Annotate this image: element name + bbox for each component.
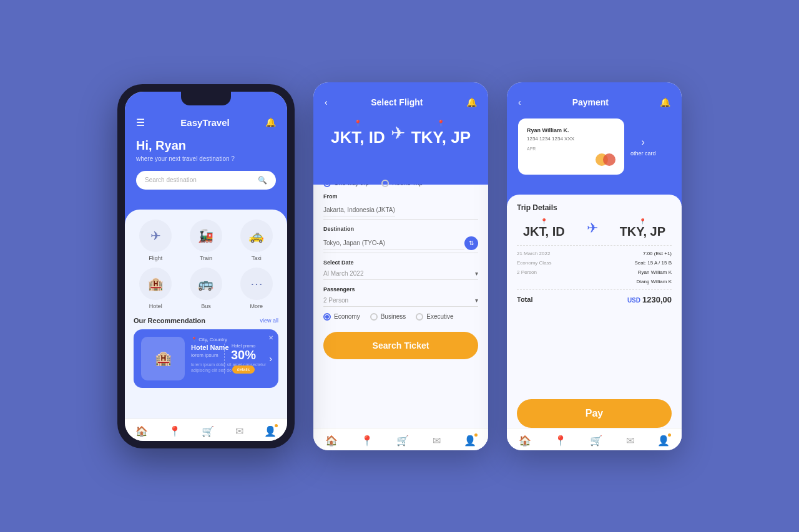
- location-pin-icon: 📍: [191, 337, 197, 342]
- total-amount: 1230,00: [642, 295, 672, 304]
- card-circle-red: [603, 153, 615, 166]
- notification-icon[interactable]: 🔔: [265, 117, 276, 127]
- p3-nav-cart[interactable]: 🛒: [590, 435, 602, 447]
- p3-nav-mail[interactable]: ✉: [626, 435, 634, 447]
- back-icon[interactable]: ‹: [325, 97, 328, 107]
- category-bus[interactable]: 🚌 Bus: [184, 268, 228, 309]
- business-radio[interactable]: [370, 313, 378, 321]
- phone-1: ☰ EasyTravel 🔔 Hi, Ryan where your next …: [117, 84, 295, 448]
- pay-body: Trip Details 📍 JKT, ID ✈ 📍 TKY, JP 21 Ma…: [507, 195, 682, 428]
- p3-nav-profile[interactable]: 👤: [657, 435, 670, 447]
- hotel-image: 🏨: [141, 337, 185, 380]
- hotel-icon: 🏨: [148, 276, 164, 291]
- pay-dest-pin-icon: 📍: [620, 218, 665, 225]
- more-circle: ⋯: [240, 268, 273, 300]
- close-icon[interactable]: ✕: [268, 334, 273, 341]
- category-train[interactable]: 🚂 Train: [184, 220, 228, 261]
- executive-radio[interactable]: [416, 313, 423, 321]
- sf-notification-icon[interactable]: 🔔: [466, 97, 477, 107]
- round-trip-radio[interactable]: [381, 180, 389, 187]
- p2-nav-mail[interactable]: ✉: [433, 435, 441, 447]
- one-way-radio[interactable]: [323, 180, 331, 187]
- train-icon: 🚂: [198, 228, 213, 243]
- pay-notification-icon[interactable]: 🔔: [660, 97, 670, 107]
- promo-pct: 30%: [231, 348, 256, 362]
- flight-icon: ✈: [150, 228, 161, 243]
- p3-nav-home[interactable]: 🏠: [519, 435, 531, 447]
- details-button[interactable]: details: [232, 365, 255, 374]
- screens-container: ☰ EasyTravel 🔔 Hi, Ryan where your next …: [117, 82, 682, 450]
- other-card-label[interactable]: other card: [630, 150, 656, 157]
- view-all-link[interactable]: view all: [260, 317, 278, 324]
- category-flight[interactable]: ✈ Flight: [134, 220, 178, 261]
- nav-location[interactable]: 📍: [169, 425, 181, 437]
- more-label: More: [250, 303, 263, 309]
- search-ticket-button[interactable]: Search Ticket: [323, 332, 478, 359]
- sf-header: ‹ Select Flight 🔔 📍 JKT, ID ✈ 📍 TKY, JP: [313, 82, 488, 185]
- plane-icon: ✈: [391, 123, 405, 143]
- detail-person-label: 2 Person: [517, 269, 591, 275]
- bus-label: Bus: [201, 303, 211, 309]
- phone1-header-top: ☰ EasyTravel 🔔: [136, 117, 276, 128]
- origin-code: JKT, ID: [331, 128, 385, 147]
- from-group: From Jakarta, Indonesia (JKTA): [323, 193, 478, 220]
- detail-seat-value: Seat: 15 A / 15 B: [597, 260, 672, 266]
- sf-body: One way trip Round Trip From Jakarta, In…: [313, 170, 488, 428]
- taxi-label: Taxi: [252, 255, 262, 261]
- p2-nav-home[interactable]: 🏠: [325, 435, 338, 447]
- credit-card[interactable]: Ryan William K. 1234 1234 1234 XXX APR: [518, 118, 624, 175]
- category-hotel[interactable]: 🏨 Hotel: [134, 268, 178, 309]
- sf-header-top: ‹ Select Flight 🔔: [325, 97, 477, 107]
- menu-icon[interactable]: ☰: [136, 117, 145, 128]
- nav-mail[interactable]: ✉: [235, 425, 243, 437]
- p2-nav-location[interactable]: 📍: [361, 435, 373, 447]
- nav-home[interactable]: 🏠: [135, 425, 148, 437]
- pay-origin-point: 📍 JKT, ID: [523, 218, 565, 239]
- dest-input[interactable]: Tokyo, Japan (TYO-A): [323, 237, 464, 249]
- hotel-label: Hotel: [149, 303, 162, 309]
- date-group: Select Date Al March 2022 ▾: [323, 259, 478, 280]
- pay-back-icon[interactable]: ‹: [518, 97, 521, 107]
- search-icon[interactable]: 🔍: [258, 176, 267, 185]
- economy-radio[interactable]: [323, 313, 331, 321]
- pay-title: Payment: [572, 97, 609, 107]
- dest-label: Destination: [323, 226, 478, 232]
- detail-class-label: Economy Class: [517, 260, 591, 266]
- card-number: 1234 1234 1234 XXX: [527, 136, 615, 142]
- subtitle-text: where your next travel destination ?: [136, 155, 276, 162]
- passengers-group: Passengers 2 Person ▾: [323, 286, 478, 307]
- p2-nav-cart[interactable]: 🛒: [396, 435, 409, 447]
- p3-nav-location[interactable]: 📍: [554, 435, 567, 447]
- pay-button[interactable]: Pay: [517, 399, 672, 428]
- bus-icon: 🚌: [198, 276, 213, 291]
- p2-nav-profile[interactable]: 👤: [464, 435, 476, 447]
- nav-profile[interactable]: 👤: [264, 425, 277, 437]
- date-label: Select Date: [323, 259, 478, 266]
- arrow-right-icon[interactable]: ›: [269, 354, 272, 364]
- dest-input-row: Tokyo, Japan (TYO-A) ⇅: [323, 234, 478, 253]
- hotel-card[interactable]: ✕ 🏨 📍 City, Country Hotel Name lorem ips…: [134, 329, 278, 388]
- executive-option[interactable]: Executive: [416, 313, 453, 321]
- date-select-row[interactable]: Al March 2022 ▾: [323, 268, 478, 280]
- sf-title: Select Flight: [371, 97, 423, 107]
- from-input[interactable]: Jakarta, Indonesia (JKTA): [323, 204, 395, 216]
- economy-option[interactable]: Economy: [323, 313, 360, 321]
- category-taxi[interactable]: 🚕 Taxi: [234, 220, 278, 261]
- nav-cart[interactable]: 🛒: [202, 425, 214, 437]
- pay-dest-point: 📍 TKY, JP: [620, 218, 665, 239]
- phone1-body: ✈ Flight 🚂 Train 🚕 Taxi 🏨 Hotel: [125, 210, 287, 418]
- swap-button[interactable]: ⇅: [464, 236, 478, 250]
- pay-dest-code: TKY, JP: [620, 225, 665, 239]
- total-label: Total: [517, 296, 532, 303]
- category-grid: ✈ Flight 🚂 Train 🚕 Taxi 🏨 Hotel: [134, 210, 278, 309]
- notch: [181, 92, 231, 105]
- passengers-select-row[interactable]: 2 Person ▾: [323, 294, 478, 307]
- search-bar[interactable]: Search destination 🔍: [136, 171, 276, 190]
- business-option[interactable]: Business: [370, 313, 406, 321]
- hotel-promo: Hotel promo 30% details: [224, 344, 256, 374]
- p3-notification-dot: [668, 433, 671, 437]
- next-card-icon[interactable]: ›: [642, 137, 645, 148]
- pay-origin-code: JKT, ID: [523, 225, 565, 239]
- phone1-app-title: EasyTravel: [180, 117, 229, 128]
- category-more[interactable]: ⋯ More: [234, 268, 278, 309]
